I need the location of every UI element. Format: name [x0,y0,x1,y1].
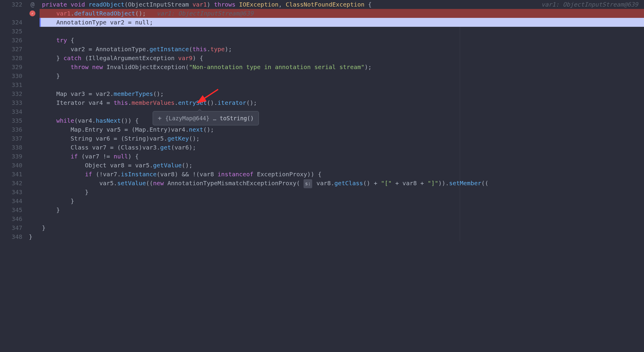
code-line[interactable] [40,80,644,89]
code-line[interactable]: } [40,223,644,232]
line-number[interactable] [0,9,22,18]
line-number[interactable]: 324 [0,18,22,27]
code-line[interactable] [40,27,644,36]
line-number[interactable]: 337 [0,134,22,143]
code-line[interactable]: Map var3 = var2.memberTypes(); [40,89,644,98]
line-number[interactable]: 335 [0,116,22,125]
code-line[interactable]: String var6 = (String)var5.getKey(); [40,134,644,143]
line-number[interactable]: 327 [0,45,22,54]
inline-hint: var1: ObjectInputStream@639 [541,0,638,9]
line-number[interactable]: 338 [0,143,22,152]
code-line[interactable]: Object var8 = var5.getValue(); [40,161,644,170]
line-number[interactable]: 322 [0,0,22,9]
code-line[interactable]: Map.Entry var5 = (Map.Entry)var4.next(); [40,125,644,134]
breakpoint-icon[interactable] [29,10,35,16]
code-line[interactable]: throw new InvalidObjectException("Non-an… [40,63,644,71]
line-number[interactable]: 334 [0,107,22,116]
line-number[interactable]: 336 [0,125,22,134]
expand-icon[interactable]: + [158,114,162,123]
line-number-gutter[interactable]: 322 324 325 326 327 328 329 330 331 332 … [0,0,25,241]
line-number[interactable]: 325 [0,27,22,36]
code-area[interactable]: private void readObject(ObjectInputStrea… [40,0,644,241]
debug-value-tooltip[interactable]: + {LazyMap@644} … toString() [153,111,259,125]
override-icon[interactable]: @ [30,0,34,9]
code-line[interactable]: } [40,205,644,214]
code-line[interactable]: if (var7 != null) { [40,152,644,161]
svg-line-0 [203,89,218,99]
code-line[interactable]: } [40,188,644,197]
code-line[interactable]: } [40,71,644,80]
cursor-indicator [40,18,41,27]
line-number[interactable]: 341 [0,170,22,179]
code-line[interactable]: } [40,232,644,241]
tooltip-arrow-icon [197,109,202,112]
tooltip-value: {LazyMap@644} … toString() [165,114,254,123]
line-number[interactable]: 345 [0,205,22,214]
line-number[interactable]: 348 [0,232,22,241]
line-number[interactable]: 333 [0,98,22,107]
line-number[interactable]: 331 [0,80,22,89]
code-line[interactable]: } [40,197,644,205]
line-number[interactable]: 332 [0,89,22,98]
line-number[interactable]: 340 [0,161,22,170]
inline-hint: var1: ObjectInputStream@639 [157,10,253,17]
code-line[interactable]: if (!var7.isInstance(var8) && !(var8 ins… [40,170,644,179]
line-number[interactable]: 347 [0,223,22,232]
code-line-breakpoint[interactable]: var1.defaultReadObject(); var1: ObjectIn… [40,9,644,18]
code-line[interactable]: } catch (IllegalArgumentException var9) … [40,54,644,63]
line-number[interactable]: 342 [0,179,22,188]
gutter-icons: @ [25,0,40,241]
code-editor: 322 324 325 326 327 328 329 330 331 332 … [0,0,644,241]
line-number[interactable]: 346 [0,214,22,223]
line-number[interactable]: 326 [0,36,22,45]
code-line[interactable] [40,107,644,116]
line-number[interactable]: 344 [0,197,22,205]
line-number[interactable]: 330 [0,71,22,80]
annotation-arrow-icon [197,87,221,105]
code-line[interactable]: while(var4.hasNext()) { [40,116,644,125]
line-number[interactable]: 339 [0,152,22,161]
line-number[interactable]: 329 [0,63,22,71]
code-line[interactable] [40,214,644,223]
code-line[interactable]: try { [40,36,644,45]
code-line-current[interactable]: AnnotationType var2 = null; [40,18,644,27]
code-line[interactable]: Iterator var4 = this.memberValues.entryS… [40,98,644,107]
line-number[interactable]: 343 [0,188,22,197]
code-line[interactable]: private void readObject(ObjectInputStrea… [40,0,644,9]
param-hint-badge: s: [304,179,312,188]
code-line[interactable]: var5.setValue((new AnnotationTypeMismatc… [40,179,644,188]
code-line[interactable]: Class var7 = (Class)var3.get(var6); [40,143,644,152]
code-line[interactable]: var2 = AnnotationType.getInstance(this.t… [40,45,644,54]
line-number[interactable]: 328 [0,54,22,63]
